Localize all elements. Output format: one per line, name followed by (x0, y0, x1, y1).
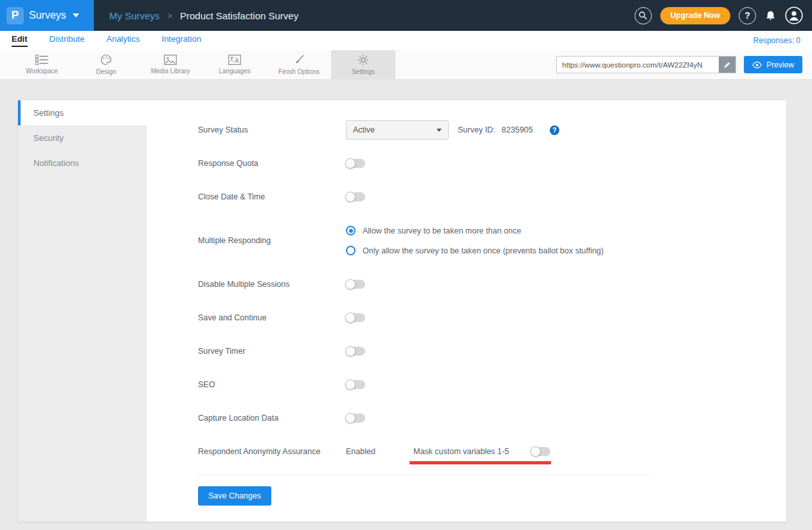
help-button[interactable]: ? (739, 7, 756, 24)
settings-card: Settings Security Notifications Survey S… (18, 100, 786, 522)
survey-timer-toggle[interactable] (346, 347, 365, 356)
gear-icon (357, 54, 369, 66)
capture-location-toggle[interactable] (346, 414, 365, 423)
main-content: Settings Security Notifications Survey S… (0, 80, 812, 530)
toolbar-item-label: Media Library (151, 68, 190, 75)
tab-integration[interactable]: Integration (162, 34, 201, 47)
survey-status-value: Active (353, 125, 375, 134)
survey-id-value: 8235905 (501, 125, 533, 134)
sidebar-item-notifications[interactable]: Notifications (18, 151, 147, 176)
sidebar-item-label: Notifications (33, 158, 79, 168)
section-navbar: Edit Distribute Analytics Integration Re… (0, 31, 812, 50)
mask-variables-toggle[interactable] (531, 447, 550, 456)
disable-sessions-toggle[interactable] (346, 280, 365, 289)
response-quota-toggle[interactable] (346, 159, 365, 168)
setting-row-save-continue: Save and Continue (198, 307, 786, 328)
upgrade-now-button[interactable]: Upgrade Now (660, 7, 730, 24)
toolbar-item-label: Finish Options (278, 68, 320, 75)
survey-id-help-icon[interactable]: ? (550, 125, 559, 135)
chevron-down-icon (437, 129, 442, 132)
toolbar-item-label: Settings (352, 68, 375, 75)
edit-toolbar: Workspace Design Media Library Languages… (0, 50, 812, 80)
save-continue-label: Save and Continue (198, 313, 346, 322)
sidebar-item-settings[interactable]: Settings (18, 100, 147, 125)
breadcrumb-separator: > (167, 11, 172, 21)
radio-allow-multiple[interactable]: Allow the survey to be taken more than o… (346, 226, 604, 235)
toolbar-item-label: Languages (219, 68, 251, 75)
tab-analytics[interactable]: Analytics (106, 34, 140, 47)
capture-location-label: Capture Location Data (198, 414, 346, 423)
topbar-actions: Upgrade Now ? (635, 6, 812, 24)
tab-edit[interactable]: Edit (12, 34, 28, 47)
breadcrumb: My Surveys > Product Satisfaction Survey (109, 10, 298, 21)
pencil-icon (723, 61, 731, 69)
toggle-knob (345, 379, 356, 390)
sidebar-item-label: Security (33, 133, 64, 143)
toggle-knob (345, 158, 356, 169)
breadcrumb-my-surveys[interactable]: My Surveys (109, 10, 159, 21)
settings-form: Survey Status Active Survey ID: 8235905 … (147, 100, 786, 522)
toggle-knob (345, 346, 356, 356)
seo-label: SEO (198, 380, 346, 389)
mask-variables-label: Mask custom variables 1-5 (413, 447, 509, 456)
radio-label: Only allow the survey to be taken once (… (363, 246, 604, 255)
radio-selected-icon (346, 226, 356, 235)
search-icon (638, 11, 647, 20)
toolbar-item-languages[interactable]: Languages (203, 50, 267, 79)
question-mark-icon: ? (744, 10, 750, 21)
survey-timer-label: Survey Timer (198, 347, 346, 356)
close-date-label: Close Date & Time (198, 192, 346, 201)
seo-toggle[interactable] (346, 380, 365, 389)
topbar: P Surveys My Surveys > Product Satisfact… (0, 0, 812, 31)
close-date-toggle[interactable] (346, 192, 365, 201)
preview-button[interactable]: Preview (744, 56, 802, 73)
toggle-knob (345, 279, 356, 289)
save-continue-toggle[interactable] (346, 313, 365, 322)
search-button[interactable] (635, 7, 652, 24)
toolbar-right: Preview (556, 50, 812, 79)
tab-distribute[interactable]: Distribute (50, 34, 85, 47)
sidebar-item-security[interactable]: Security (18, 125, 147, 151)
chevron-down-icon (73, 14, 79, 17)
survey-status-select[interactable]: Active (346, 120, 449, 140)
brush-icon (293, 54, 305, 66)
avatar-icon (785, 6, 803, 24)
edit-url-button[interactable] (719, 57, 735, 73)
setting-row-multiple-responding: Multiple Responding Allow the survey to … (198, 220, 786, 261)
translate-icon (228, 55, 241, 65)
anonymity-label: Respondent Anonymity Assurance (198, 447, 346, 456)
toggle-knob (345, 413, 356, 423)
disable-sessions-label: Disable Multiple Sessions (198, 280, 346, 289)
logo-letter: P (12, 9, 19, 22)
avatar-button[interactable] (785, 6, 803, 24)
bell-icon (764, 10, 777, 22)
workspace-icon (35, 55, 48, 65)
app-menu-surveys[interactable]: P Surveys (0, 0, 94, 31)
save-changes-button[interactable]: Save Changes (198, 486, 271, 506)
setting-row-survey-status: Survey Status Active Survey ID: 8235905 … (198, 120, 786, 140)
response-quota-label: Response Quota (198, 159, 346, 168)
toolbar-item-design[interactable]: Design (74, 50, 138, 79)
toolbar-item-media-library[interactable]: Media Library (138, 50, 203, 79)
toggle-knob (530, 446, 541, 457)
setting-row-capture-location: Capture Location Data (198, 408, 786, 428)
mask-variables-group: Mask custom variables 1-5 (413, 447, 550, 456)
setting-row-close-date: Close Date & Time (198, 187, 786, 207)
breadcrumb-current-survey: Product Satisfaction Survey (180, 10, 298, 21)
toolbar-item-label: Design (96, 68, 116, 75)
toolbar-item-workspace[interactable]: Workspace (10, 50, 74, 79)
survey-id-label: Survey ID: (458, 125, 495, 134)
responses-count[interactable]: Responses: 0 (753, 36, 800, 45)
multiple-responding-options: Allow the survey to be taken more than o… (346, 226, 604, 255)
toolbar-item-finish-options[interactable]: Finish Options (267, 50, 331, 79)
survey-url-input[interactable] (557, 61, 719, 69)
survey-status-label: Survey Status (198, 125, 346, 134)
radio-allow-once[interactable]: Only allow the survey to be taken once (… (346, 246, 604, 255)
setting-row-seo: SEO (198, 374, 786, 395)
anonymity-status: Enabled (346, 447, 413, 456)
image-icon (164, 55, 177, 65)
notifications-button[interactable] (764, 10, 777, 22)
questionpro-logo: P (6, 7, 24, 24)
toggle-knob (345, 192, 356, 202)
toolbar-item-settings[interactable]: Settings (331, 50, 395, 79)
